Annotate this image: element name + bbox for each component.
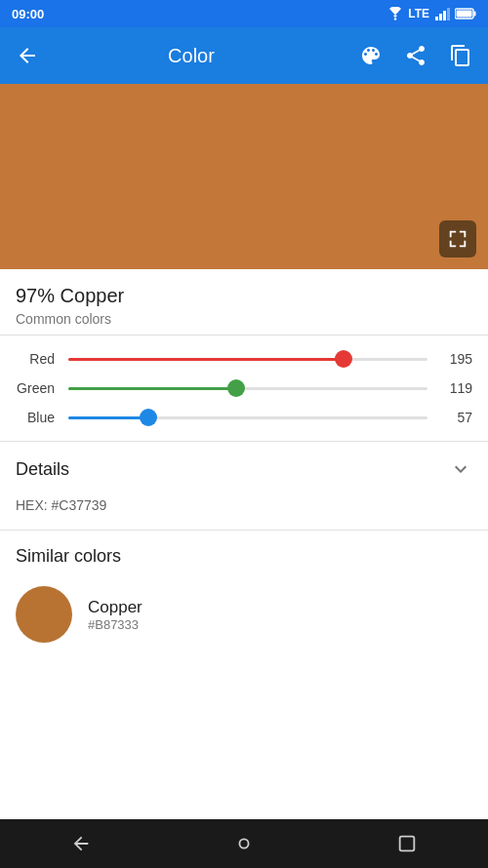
details-title: Details — [16, 459, 69, 480]
similar-color-hex: #B87333 — [88, 617, 142, 632]
green-slider-fill — [68, 387, 236, 390]
similar-color-name: Copper — [88, 598, 142, 617]
hex-value: HEX: #C37739 — [16, 497, 106, 513]
similar-color-swatch — [16, 586, 72, 643]
sliders-section: Red 195 Green 119 Blue — [0, 335, 488, 442]
share-button[interactable] — [402, 42, 429, 69]
app-bar-actions — [357, 42, 474, 69]
red-slider-track — [68, 358, 427, 361]
blue-slider-row: Blue 57 — [16, 408, 472, 427]
green-slider-track — [68, 387, 427, 390]
color-display-name: 97% Copper — [16, 285, 472, 307]
back-button[interactable] — [14, 42, 41, 69]
details-section: Details HEX: #C37739 — [0, 442, 488, 531]
blue-slider-fill — [68, 416, 148, 419]
blue-value: 57 — [441, 410, 472, 425]
palette-button[interactable] — [357, 42, 385, 69]
blue-slider-track — [68, 416, 427, 419]
expand-icon — [447, 228, 468, 250]
color-preview-area — [0, 84, 488, 269]
svg-rect-9 — [399, 837, 414, 851]
similar-color-info: Copper #B87333 — [88, 598, 142, 632]
copy-icon — [449, 44, 472, 67]
red-label: Red — [16, 351, 55, 367]
palette-icon — [359, 44, 383, 67]
battery-icon — [455, 8, 476, 20]
red-slider-row: Red 195 — [16, 349, 472, 369]
green-slider-container[interactable] — [68, 378, 427, 398]
main-content: 97% Copper Common colors Red 195 Green — [0, 269, 488, 819]
red-slider-container[interactable] — [68, 349, 427, 369]
nav-recent-icon — [396, 833, 418, 854]
nav-back-icon — [70, 833, 92, 854]
svg-rect-6 — [474, 12, 476, 17]
app-bar-title: Color — [41, 45, 342, 67]
nav-home-icon — [233, 833, 255, 854]
nav-bar — [0, 819, 488, 868]
status-bar: 09:00 LTE — [0, 0, 488, 27]
similar-color-item[interactable]: Copper #B87333 — [16, 580, 472, 649]
app-bar: Color — [0, 27, 488, 84]
blue-slider-thumb[interactable] — [140, 409, 157, 426]
wifi-icon — [387, 7, 403, 20]
svg-rect-7 — [457, 11, 472, 18]
red-slider-fill — [68, 358, 344, 361]
nav-back-button[interactable] — [60, 822, 102, 865]
blue-slider-container[interactable] — [68, 408, 427, 427]
svg-rect-3 — [443, 11, 446, 20]
svg-point-0 — [394, 18, 396, 20]
details-content: HEX: #C37739 — [0, 496, 488, 530]
details-header[interactable]: Details — [0, 442, 488, 496]
similar-colors-section: Similar colors Copper #B87333 — [0, 531, 488, 649]
status-time: 09:00 — [12, 7, 44, 21]
color-name-section: 97% Copper Common colors — [0, 269, 488, 335]
green-slider-row: Green 119 — [16, 378, 472, 398]
copy-button[interactable] — [447, 42, 474, 69]
back-arrow-icon — [16, 44, 39, 67]
nav-recent-button[interactable] — [386, 822, 428, 865]
chevron-down-icon — [449, 457, 472, 481]
green-slider-thumb[interactable] — [227, 379, 245, 397]
lte-label: LTE — [408, 7, 429, 20]
signal-icon — [434, 7, 450, 20]
green-label: Green — [16, 380, 55, 396]
svg-rect-1 — [435, 17, 438, 20]
expand-button[interactable] — [439, 220, 476, 257]
red-slider-thumb[interactable] — [335, 350, 352, 368]
status-icons: LTE — [387, 7, 476, 20]
red-value: 195 — [441, 351, 472, 367]
nav-home-button[interactable] — [223, 822, 265, 865]
svg-rect-4 — [447, 8, 450, 20]
svg-point-8 — [239, 839, 248, 848]
similar-colors-title: Similar colors — [16, 546, 472, 567]
svg-rect-2 — [439, 14, 442, 20]
common-colors-label: Common colors — [16, 311, 472, 327]
blue-label: Blue — [16, 410, 55, 425]
share-icon — [404, 44, 427, 67]
green-value: 119 — [441, 380, 472, 396]
